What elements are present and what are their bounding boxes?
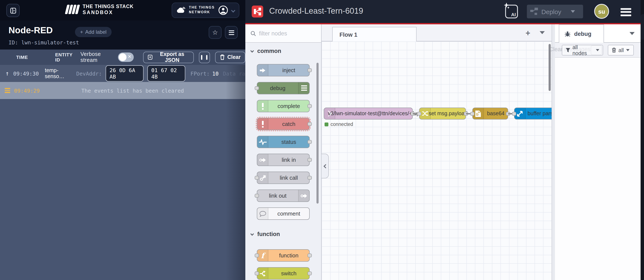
node-red-window: Crowded-Least-Tern-6019 AI Deploy su: [245, 0, 640, 280]
output-port: [308, 158, 312, 162]
add-label-button[interactable]: + Add label: [75, 27, 112, 37]
category-label: common: [257, 48, 281, 54]
flow-list-dropdown-icon[interactable]: [540, 31, 545, 34]
node-red-main: filter nodes commoninjectdebugcompleteca…: [245, 24, 640, 280]
palette-node-list: injectdebugcompletecatchstatuslink inlin…: [245, 55, 321, 220]
palette-scrollbar[interactable]: [316, 63, 318, 204]
star-icon: ☆: [212, 29, 218, 36]
palette-search[interactable]: filter nodes: [245, 24, 321, 43]
pause-stream-button[interactable]: [199, 51, 210, 63]
event-row-uplink[interactable]: ↑ 09:49:30 temp-senso… DevAddr: 26 0D 6A…: [0, 65, 245, 82]
tab-debug[interactable]: debug: [559, 24, 604, 43]
node-palette: filter nodes commoninjectdebugcompleteca…: [245, 24, 322, 280]
clear-events-button[interactable]: Clear: [215, 51, 245, 63]
palette-category-common[interactable]: common: [245, 43, 321, 55]
event-message: The events list has been cleared: [81, 87, 184, 94]
search-icon: [250, 31, 256, 36]
verbose-stream-toggle[interactable]: ×: [118, 53, 134, 62]
flow-canvas[interactable]: v3/lwn-simulator-test@ttn/devices/+/upco…: [322, 41, 552, 280]
node-set-msg-payload[interactable]: set msg.payload: [419, 107, 466, 119]
debug-filter-button[interactable]: all nodes: [562, 45, 603, 56]
node-catch[interactable]: catch: [257, 118, 310, 130]
node-debug[interactable]: debug: [257, 82, 310, 94]
debug-sidebar: debug Clear messages all nodes: [555, 24, 640, 280]
input-port: [512, 112, 516, 115]
event-entity-id: temp-senso…: [45, 67, 76, 79]
exclamation-icon: [257, 100, 268, 112]
bug-icon: [564, 31, 571, 37]
tab-flow-1[interactable]: Flow 1: [332, 27, 416, 42]
toggle-x-icon: ×: [128, 53, 131, 60]
node-label: link out: [257, 190, 298, 201]
fport-label: FPort:: [190, 70, 210, 77]
payload-chip[interactable]: 01 67 02 4B: [147, 65, 185, 82]
deploy-button[interactable]: Deploy: [527, 5, 583, 18]
ai-assistant-button[interactable]: AI: [505, 5, 518, 18]
deploy-nodes-icon: [530, 8, 539, 15]
status-dot-icon: [324, 122, 328, 126]
sidebar-resize-handle[interactable]: [552, 24, 555, 280]
node-label: buffer parser: [526, 108, 552, 119]
tts-flags-icon: [66, 5, 79, 14]
sidebar-toggle-button[interactable]: [6, 4, 20, 17]
debug-toolbar: Clear messages all nodes all: [555, 43, 640, 58]
output-port: [308, 68, 312, 72]
output-port: [308, 104, 312, 108]
export-json-button[interactable]: Export as JSON: [143, 51, 194, 63]
events-toolbar: TIME ENTITY ID Verbose stream × Export a…: [0, 50, 245, 65]
chevron-down-icon: [626, 49, 629, 51]
network-cluster-button[interactable]: THE THINGS NETWORK: [172, 3, 239, 18]
entity-column-label: ENTITY ID: [55, 52, 76, 62]
tts-logo-line2: SANDBOX: [83, 10, 134, 16]
node-buffer-parser[interactable]: buffer parser: [514, 107, 552, 119]
node-v3-lwn-simulator-test-ttn-devices-up[interactable]: v3/lwn-simulator-test@ttn/devices/+/up: [324, 107, 413, 119]
cloud-icon: [176, 7, 186, 14]
deploy-dropdown-icon[interactable]: [570, 10, 575, 13]
tts-logo: THE THINGS STACK SANDBOX: [66, 4, 134, 16]
event-list-icon: [5, 87, 11, 94]
link-in-icon: [257, 154, 268, 166]
deploy-label: Deploy: [541, 8, 561, 15]
palette-collapse-tab[interactable]: [322, 154, 329, 178]
node-switch[interactable]: switch: [257, 267, 310, 279]
node-comment[interactable]: comment: [257, 207, 310, 220]
list-icon: [298, 82, 309, 94]
node-link-out[interactable]: link out: [257, 190, 310, 202]
tts-logo-line1: THE THINGS STACK: [83, 4, 134, 10]
node-label: complete: [268, 100, 309, 112]
node-complete[interactable]: complete: [257, 100, 310, 112]
toggle-knob: [119, 53, 126, 61]
event-time: 09:49:29: [14, 87, 40, 94]
node-inject[interactable]: inject: [257, 64, 310, 76]
download-file-icon: [148, 54, 153, 60]
debug-clear-button[interactable]: all: [608, 45, 634, 56]
main-menu-button[interactable]: [620, 7, 631, 18]
node-base64[interactable]: b64base64: [472, 107, 508, 119]
event-time: 09:49:30: [13, 70, 39, 77]
exclamation-icon: [257, 118, 268, 130]
plus-icon: +: [80, 29, 83, 35]
node-link-in[interactable]: link in: [257, 154, 310, 166]
user-avatar[interactable]: su: [594, 4, 609, 19]
input-port: [470, 112, 474, 115]
sidebar-collapse-icon[interactable]: [630, 32, 635, 35]
title-menu-button[interactable]: [225, 26, 238, 39]
filter-funnel-icon: [566, 48, 570, 53]
devaddr-chip[interactable]: 26 0D 6A AB: [106, 65, 144, 82]
chevron-down-icon: [231, 8, 235, 12]
link-out-icon: [298, 190, 309, 201]
output-port: [308, 253, 312, 257]
tts-console-panel: THE THINGS STACK SANDBOX THE THINGS NETW…: [0, 0, 245, 280]
palette-category-function[interactable]: function: [245, 226, 321, 238]
node-status[interactable]: status: [257, 136, 310, 148]
bookmark-button[interactable]: ☆: [209, 26, 222, 39]
output-port: [308, 140, 312, 144]
verbose-stream-label: Verbose stream: [80, 51, 114, 63]
add-flow-button[interactable]: +: [526, 29, 530, 38]
node-link-call[interactable]: link call: [257, 172, 310, 184]
time-column-label: TIME: [16, 55, 28, 60]
node-function[interactable]: ffunction: [257, 249, 310, 262]
event-row-cleared[interactable]: 09:49:29 The events list has been cleare…: [0, 82, 245, 99]
flow-canvas-area: Flow 1 + v3/lwn-simulator-test@ttn/devic…: [322, 24, 552, 280]
screen: THE THINGS STACK SANDBOX THE THINGS NETW…: [0, 0, 644, 280]
